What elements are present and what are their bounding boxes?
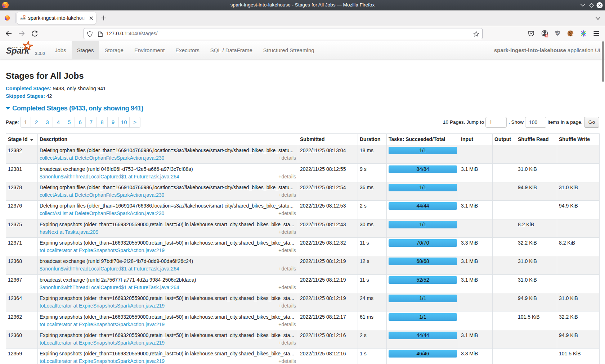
svg-text:Spark: Spark <box>6 46 30 55</box>
svg-text:Spark: Spark <box>20 17 26 20</box>
svg-text:uO: uO <box>556 32 559 35</box>
